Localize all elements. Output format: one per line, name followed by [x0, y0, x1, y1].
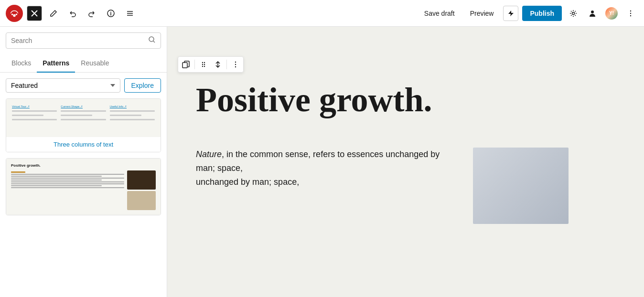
image-placeholder — [473, 148, 569, 224]
pattern-card-three-columns[interactable]: Virtual Tour ↗ Current Shape ↗ — [6, 98, 161, 152]
svg-point-3 — [16, 13, 17, 15]
svg-point-6 — [591, 11, 594, 13]
search-box — [6, 32, 161, 49]
close-button[interactable] — [27, 6, 42, 21]
tab-blocks[interactable]: Blocks — [6, 54, 37, 73]
preview-image-light — [127, 191, 156, 210]
content-body-image — [473, 148, 569, 224]
block-drag-button[interactable] — [197, 58, 210, 71]
tab-patterns[interactable]: Patterns — [37, 54, 75, 73]
more-options-button[interactable] — [623, 6, 638, 21]
save-draft-button[interactable]: Save draft — [419, 7, 461, 20]
toolbar-right: Save draft Preview Publish Y! — [419, 6, 638, 21]
svg-point-15 — [204, 64, 205, 65]
svg-point-2 — [11, 13, 13, 15]
patterns-content: Featured All Text Media Explore Virtual … — [0, 73, 167, 297]
preview-link-3: Useful Info ↗ — [110, 105, 155, 108]
pattern-preview-positive-growth: Positive growth. — [6, 159, 161, 215]
svg-rect-11 — [182, 63, 187, 68]
settings-button[interactable] — [566, 6, 581, 21]
svg-point-1 — [13, 14, 16, 17]
undo-button[interactable] — [65, 6, 80, 21]
avatar-button[interactable]: Y! — [604, 6, 619, 21]
svg-point-7 — [630, 10, 631, 11]
preview-link-1: Virtual Tour ↗ — [12, 105, 57, 108]
search-icon — [148, 36, 156, 45]
content-ecosystem-label: ECOSYSTEM — [196, 46, 569, 62]
block-toolbar — [178, 56, 244, 73]
redo-button[interactable] — [84, 6, 99, 21]
svg-point-18 — [235, 62, 236, 63]
bolt-button[interactable] — [503, 6, 518, 21]
list-view-button[interactable] — [122, 6, 138, 21]
category-filter[interactable]: Featured All Text Media — [6, 78, 120, 93]
tab-reusable[interactable]: Reusable — [75, 54, 115, 73]
preview-button[interactable]: Preview — [464, 7, 500, 20]
publish-button[interactable]: Publish — [522, 6, 562, 21]
svg-point-5 — [572, 12, 575, 14]
sidebar-tabs: Blocks Patterns Reusable — [0, 54, 167, 73]
body-text-more: unchanged by man; space, — [196, 177, 299, 187]
preview-image-dark — [127, 170, 156, 190]
content-body-text[interactable]: Nature, in the common sense, refers to e… — [196, 148, 454, 224]
main-area: Blocks Patterns Reusable Featured All Te… — [0, 27, 644, 297]
pattern-label-three-columns: Three columns of text — [6, 137, 161, 152]
body-text-rest: , in the common sense, refers to essence… — [196, 149, 440, 173]
sidebar: Blocks Patterns Reusable Featured All Te… — [0, 27, 167, 297]
wordpress-logo[interactable] — [6, 5, 23, 22]
main-toolbar: Save draft Preview Publish Y! — [0, 0, 644, 27]
editor-area: ECOSYSTEM Positive growth. Nature, in th… — [167, 27, 644, 297]
svg-point-20 — [235, 66, 236, 67]
pattern-preview-three-columns: Virtual Tour ↗ Current Shape ↗ — [6, 99, 161, 137]
preview-link-2: Current Shape ↗ — [61, 105, 106, 108]
svg-point-17 — [204, 66, 205, 67]
pattern-card-positive-growth[interactable]: Positive growth. — [6, 158, 161, 215]
search-input[interactable] — [11, 37, 145, 44]
svg-point-16 — [202, 66, 203, 67]
filter-row: Featured All Text Media Explore — [6, 78, 161, 93]
block-options-button[interactable] — [229, 58, 242, 71]
pattern-title: Positive growth. — [11, 163, 156, 168]
svg-point-10 — [149, 37, 154, 42]
svg-point-19 — [235, 64, 236, 65]
svg-point-14 — [202, 64, 203, 65]
content-body: Nature, in the common sense, refers to e… — [196, 148, 569, 224]
block-duplicate-button[interactable] — [179, 58, 193, 71]
body-text-italic: Nature — [196, 149, 222, 159]
info-button[interactable] — [103, 6, 118, 21]
svg-point-9 — [630, 15, 631, 16]
edit-mode-button[interactable] — [46, 6, 61, 21]
user-profile-button[interactable] — [585, 6, 600, 21]
svg-point-13 — [204, 62, 205, 63]
explore-button[interactable]: Explore — [124, 78, 161, 93]
svg-point-8 — [630, 12, 631, 13]
block-move-button[interactable] — [211, 58, 225, 71]
svg-point-12 — [202, 62, 203, 63]
content-heading[interactable]: Positive growth. — [196, 81, 569, 119]
